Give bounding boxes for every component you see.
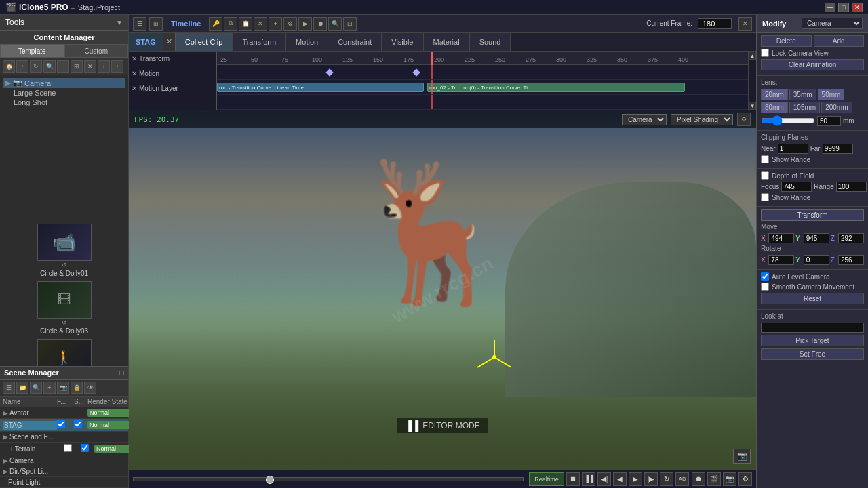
close-button[interactable]: ✕ [852, 3, 863, 12]
tab-custom[interactable]: Custom [64, 45, 129, 58]
transform-button[interactable]: Transform [761, 209, 864, 221]
pb-loop-btn[interactable]: ↻ [660, 472, 673, 486]
delete-button[interactable]: Delete [761, 35, 812, 47]
scene-manager-expand[interactable]: □ [119, 369, 124, 377]
camera-select[interactable]: Camera [622, 114, 667, 125]
lens-btn-105mm[interactable]: 105mm [789, 102, 820, 113]
timeline-scrubber[interactable] [133, 477, 524, 481]
tl-tab-material[interactable]: Material [424, 33, 470, 51]
thumb-circle-dolly03[interactable]: 🎞 ↺ Circle & Dolly03 [3, 281, 125, 335]
stag-s-check[interactable] [74, 420, 82, 428]
tl-rec-icon[interactable]: ⏺ [313, 17, 327, 30]
shading-select[interactable]: Pixel Shading [671, 114, 733, 125]
maximize-button[interactable]: □ [838, 3, 849, 12]
scene-row-camera[interactable]: ▶Camera [0, 455, 128, 466]
pb-next-key-btn[interactable]: |▶ [644, 472, 658, 486]
smooth-camera-check[interactable] [761, 283, 769, 291]
tl-play-icon[interactable]: ▶ [298, 17, 312, 30]
delete-icon[interactable]: ✕ [84, 60, 96, 73]
stag-close-btn[interactable]: ✕ [163, 33, 176, 51]
import-icon[interactable]: ↓ [98, 60, 110, 73]
lens-btn-35mm[interactable]: 35mm [789, 89, 816, 100]
realtime-toggle[interactable]: Realtime [529, 472, 564, 486]
scrubber-thumb[interactable] [266, 476, 274, 484]
tools-dropdown-icon[interactable]: ▼ [116, 19, 123, 26]
thumb-circle-dolly01[interactable]: 📹 ↺ Circle & Dolly01 [3, 224, 125, 277]
add-button[interactable]: Add [814, 35, 865, 47]
rot-y-input[interactable] [804, 255, 829, 265]
set-free-button[interactable]: Set Free [761, 348, 864, 360]
tl-tab-sound[interactable]: Sound [470, 33, 511, 51]
motion-bar-1[interactable]: run - Transition Curve: Linear, Time... [217, 83, 424, 92]
move-x-input[interactable] [768, 233, 794, 243]
tl-scroll-up[interactable]: ▲ [749, 52, 756, 60]
tl-tab-transform[interactable]: Transform [233, 33, 286, 51]
look-at-input[interactable] [761, 323, 864, 333]
sm-search-icon[interactable]: 🔍 [30, 382, 42, 394]
home-icon[interactable]: 🏠 [3, 60, 15, 73]
tl-add-icon[interactable]: + [269, 17, 282, 30]
tree-item-camera[interactable]: ▶ 📷 Camera [3, 78, 125, 88]
thumb-dolly-crane03[interactable]: 🚶 ↺ Dolly & Crane03 [3, 339, 125, 367]
record-btn[interactable]: ⏺ [692, 472, 705, 486]
export-vid-btn[interactable]: 🎬 [707, 472, 721, 486]
minimize-button[interactable]: — [825, 3, 835, 12]
modify-type-select[interactable]: Camera [802, 18, 863, 29]
sm-folder-icon[interactable]: 📁 [16, 382, 28, 394]
tl-grid-icon[interactable]: ⊞ [149, 17, 163, 30]
scene-row-pointlight[interactable]: Point Light [0, 477, 128, 488]
focus-input[interactable] [781, 182, 812, 192]
pick-target-button[interactable]: Pick Target [761, 335, 864, 346]
tree-item-large-scene[interactable]: Large Scene [3, 88, 125, 98]
scene-row-stag[interactable]: STAG Normal 2266 [0, 419, 128, 432]
pb-stop-btn[interactable]: ⏹ [566, 472, 580, 486]
pause-icon-vp[interactable]: ▐▐ [405, 420, 418, 431]
lens-slider[interactable] [761, 115, 815, 126]
lens-btn-80mm[interactable]: 80mm [761, 102, 788, 113]
tl-scroll-down[interactable]: ▼ [749, 102, 756, 110]
sm-add-icon[interactable]: + [43, 382, 56, 394]
tl-copy-icon[interactable]: ⧉ [224, 17, 237, 30]
show-range-check[interactable] [761, 155, 769, 163]
sm-list-icon[interactable]: ☰ [3, 382, 15, 394]
sm-cam-icon[interactable]: 📷 [57, 382, 69, 394]
settings-btn[interactable]: ⚙ [738, 472, 752, 486]
gizmo[interactable] [474, 337, 515, 380]
scene-row-light[interactable]: ▶Dir./Spot Li... [0, 466, 128, 477]
track-area-motionlayer[interactable] [217, 95, 748, 110]
track-area-transform[interactable] [217, 65, 748, 80]
move-y-input[interactable] [804, 233, 829, 243]
timeline-ruler[interactable]: 25 50 75 100 125 150 175 200 225 250 275… [217, 52, 748, 65]
screenshot-icon[interactable]: 📷 [733, 449, 751, 464]
tl-menu-icon[interactable]: ☰ [133, 17, 146, 30]
motion-bar-2[interactable]: run_02 - Tr... run(0) - Transition Curve… [427, 83, 685, 92]
tl-zoom-icon[interactable]: 🔍 [328, 17, 342, 30]
key-transform-1[interactable] [326, 68, 333, 76]
terrain-f-check[interactable] [64, 444, 72, 452]
pb-prev-frame-btn[interactable]: ◀ [613, 472, 627, 486]
tl-fit-icon[interactable]: ⊡ [343, 17, 357, 30]
pb-prev-key-btn[interactable]: ◀| [597, 472, 611, 486]
playhead[interactable] [431, 52, 433, 65]
sm-lock-icon[interactable]: 🔒 [71, 382, 83, 394]
show-range2-check[interactable] [761, 193, 769, 201]
pb-next-frame-btn[interactable]: ▶ [629, 472, 642, 486]
list-icon[interactable]: ☰ [57, 60, 69, 73]
sm-eye-icon[interactable]: 👁 [84, 382, 96, 394]
search-icon[interactable]: 🔍 [43, 60, 56, 73]
move-z-input[interactable] [838, 233, 864, 243]
reload-icon[interactable]: ↻ [30, 60, 42, 73]
tl-tab-visible[interactable]: Visible [382, 33, 423, 51]
range-input[interactable] [836, 182, 867, 192]
terrain-s-check[interactable] [81, 444, 89, 452]
auto-level-check[interactable] [761, 272, 769, 281]
tab-template[interactable]: Template [0, 45, 64, 58]
viewport-settings-icon[interactable]: ⚙ [737, 113, 751, 126]
pb-pause-btn[interactable]: ▐▐ [582, 472, 595, 486]
scene-row-avatar[interactable]: ▶Avatar Normal [0, 407, 128, 419]
track-area-motion[interactable]: run - Transition Curve: Linear, Time... … [217, 80, 748, 95]
grid-icon[interactable]: ⊞ [71, 60, 83, 73]
up-icon[interactable]: ↑ [16, 60, 28, 73]
tl-tab-constraint[interactable]: Constraint [328, 33, 382, 51]
lock-camera-check[interactable] [761, 49, 769, 57]
